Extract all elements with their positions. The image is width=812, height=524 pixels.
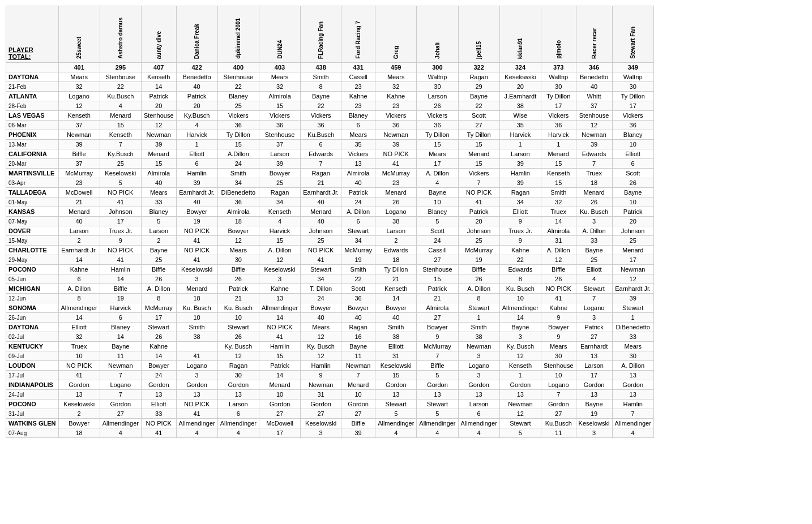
score-11-6: 24 — [301, 294, 341, 303]
score-18-12: 11 — [541, 428, 576, 438]
score-14-4: 12 — [217, 351, 259, 361]
total-dun24: 403 — [259, 63, 300, 72]
pick-0-0: Mears — [58, 72, 100, 82]
score-7-2: 5 — [141, 217, 176, 226]
race-name-9: CHARLOTTE — [6, 246, 59, 255]
pick-5-14: Scott — [612, 169, 653, 178]
pick-12-12: Kahne — [541, 303, 576, 313]
score-10-10: 26 — [458, 274, 499, 284]
total-dpkimmel2001: 400 — [217, 63, 259, 72]
pick-16-9: Gordon — [417, 380, 458, 390]
pick-18-2: NO PICK — [141, 419, 176, 428]
score-13-1: 14 — [100, 332, 141, 342]
pick-6-4: DiBenedetto — [217, 188, 259, 197]
score-15-5: 14 — [259, 371, 300, 380]
pick-17-5: Gordon — [259, 400, 300, 409]
score-15-7: 7 — [341, 371, 375, 380]
pick-0-9: Waltrip — [417, 72, 458, 82]
pick-10-6: Stewart — [301, 265, 341, 274]
score-14-3: 41 — [176, 351, 217, 361]
pick-14-7: Bayne — [341, 342, 375, 351]
player-total-header: PLAYER TOTAL: — [6, 6, 59, 63]
score-3-7: 35 — [341, 140, 375, 149]
score-10-14: 12 — [612, 274, 653, 284]
score-13-7: 16 — [341, 332, 375, 342]
pick-2-2: Stenhouse — [141, 111, 176, 121]
pick-17-12: Gordon — [541, 400, 576, 409]
score-15-10: 3 — [458, 371, 499, 380]
score-2-10: 27 — [458, 121, 499, 130]
pick-1-10: Bayne — [458, 92, 499, 101]
pick-12-5: Allmendinger — [259, 303, 300, 313]
score-4-13: 7 — [576, 159, 612, 169]
col-header-pjmolo: pjmolo — [541, 6, 576, 63]
pick-6-12: Smith — [541, 188, 576, 197]
pick-6-2: Mears — [141, 188, 176, 197]
race-date-12: 26-Jun — [6, 313, 59, 323]
score-2-7: 6 — [341, 121, 375, 130]
pick-2-5: Vickers — [259, 111, 300, 121]
score-13-2: 26 — [141, 332, 176, 342]
score-16-6: 31 — [301, 390, 341, 400]
score-13-10: 38 — [458, 332, 499, 342]
score-9-10: 19 — [458, 255, 499, 265]
total-ashstrodamus: 295 — [100, 63, 141, 72]
pick-10-11: Edwards — [499, 265, 541, 274]
race-date-5: 03-Apr — [6, 178, 59, 188]
score-3-13: 39 — [576, 140, 612, 149]
score-12-0: 14 — [58, 313, 100, 323]
pick-7-8: Logano — [375, 207, 417, 217]
score-14-7: 11 — [341, 351, 375, 361]
score-13-6: 12 — [301, 332, 341, 342]
score-1-3: 20 — [176, 101, 217, 111]
pick-11-0: A. Dillon — [58, 284, 100, 294]
pick-16-11: Gordon — [499, 380, 541, 390]
pick-3-7: Mears — [341, 130, 375, 140]
pick-14-0: Truex — [58, 342, 100, 351]
pick-15-12: Stenhouse — [541, 361, 576, 371]
race-name-4: CALIFORNIA — [6, 149, 59, 159]
score-17-0: 2 — [58, 409, 100, 419]
pick-16-2: Gordon — [141, 380, 176, 390]
race-date-1: 28-Feb — [6, 101, 59, 111]
score-14-12: 30 — [541, 351, 576, 361]
pick-4-11: Larson — [499, 149, 541, 159]
score-5-9: 4 — [417, 178, 458, 188]
score-0-12: 30 — [541, 82, 576, 92]
score-1-10: 22 — [458, 101, 499, 111]
score-16-1: 7 — [100, 390, 141, 400]
pick-12-14: Stewart — [612, 303, 653, 313]
pick-3-5: Stenhouse — [259, 130, 300, 140]
score-4-6: 7 — [301, 159, 341, 169]
score-9-1: 41 — [100, 255, 141, 265]
pick-17-13: Bayne — [576, 400, 612, 409]
pick-10-2: Biffle — [141, 265, 176, 274]
score-17-6: 27 — [301, 409, 341, 419]
pick-13-4: Stewart — [217, 323, 259, 332]
score-12-2: 17 — [141, 313, 176, 323]
pick-0-5: Mears — [259, 72, 300, 82]
score-3-6: 6 — [301, 140, 341, 149]
pick-15-5: Patrick — [259, 361, 300, 371]
score-5-10: 7 — [458, 178, 499, 188]
col-header-ashstrodamus: Ashstro damus — [100, 6, 141, 63]
score-16-14: 13 — [612, 390, 653, 400]
pick-18-1: Allmendinger — [100, 419, 141, 428]
score-14-6: 12 — [301, 351, 341, 361]
total-jpell15: 322 — [458, 63, 499, 72]
score-11-8: 14 — [375, 294, 417, 303]
score-10-0: 6 — [58, 274, 100, 284]
score-5-4: 34 — [217, 178, 259, 188]
score-4-11: 39 — [499, 159, 541, 169]
pick-4-4: A.Dillon — [217, 149, 259, 159]
pick-16-12: Logano — [541, 380, 576, 390]
pick-4-13: Edwards — [576, 149, 612, 159]
pick-2-1: Menard — [100, 111, 141, 121]
score-12-13: 3 — [576, 313, 612, 323]
race-name-0: DAYTONA — [6, 72, 59, 82]
pick-0-8: Mears — [375, 72, 417, 82]
pick-10-3: Keselowski — [176, 265, 217, 274]
score-8-9: 24 — [417, 236, 458, 246]
pick-5-8: McMurray — [375, 169, 417, 178]
total-fordracing7: 431 — [341, 63, 375, 72]
